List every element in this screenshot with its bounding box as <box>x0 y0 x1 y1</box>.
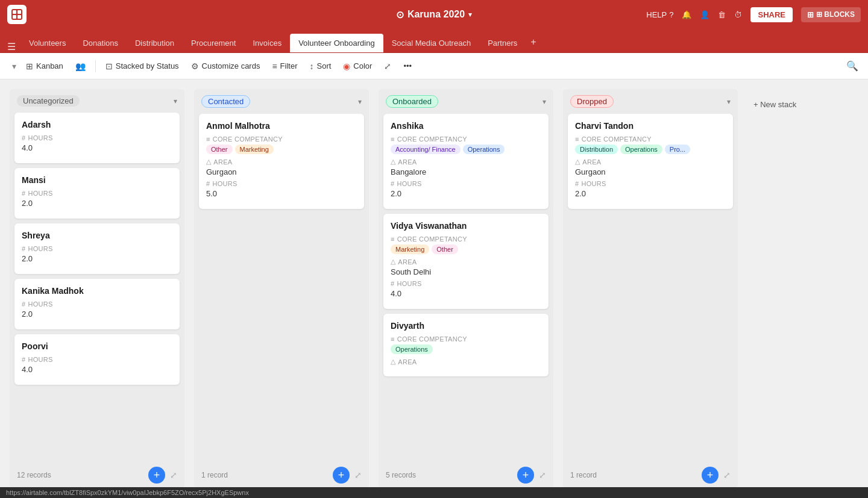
table-row[interactable]: Charvi Tandon≡CORE COMPETANCYDistributio… <box>568 114 733 209</box>
field-icon: # <box>22 356 25 363</box>
stacked-by-status-button[interactable]: ⊡ Stacked by Status <box>101 58 184 74</box>
expand-icon: ⤢ <box>384 61 391 71</box>
new-stack-button[interactable]: + New stack <box>747 96 802 113</box>
field-label: HOURS <box>212 180 237 187</box>
field-label: AREA <box>398 258 417 266</box>
menu-icon[interactable]: ☰ <box>7 41 16 52</box>
column-footer-onboarded: 5 records+⤢ <box>379 462 553 488</box>
field-label: HOURS <box>28 190 52 197</box>
add-card-button[interactable]: + <box>148 467 165 484</box>
add-tab-button[interactable]: + <box>526 32 541 52</box>
trash-icon[interactable]: 🗑 <box>718 10 726 19</box>
sort-button[interactable]: ↕ Sort <box>304 58 336 74</box>
view-switcher[interactable]: ⊞ Kanban <box>21 58 68 74</box>
field-icon: ≡ <box>575 135 579 143</box>
column-collapse-onboarded[interactable]: ▾ <box>542 98 546 106</box>
add-card-button[interactable]: + <box>517 467 534 484</box>
tab-volunteer-onboarding[interactable]: Volunteer Onboarding <box>290 34 383 52</box>
table-row[interactable]: Anmol Malhotra≡CORE COMPETANCYOtherMarke… <box>199 114 364 209</box>
expand-column-icon[interactable]: ⤢ <box>723 470 731 480</box>
field-icon: # <box>22 300 25 308</box>
field-label: HOURS <box>28 134 52 142</box>
tab-partners[interactable]: Partners <box>479 34 526 52</box>
column-footer-dropped: 1 record+⤢ <box>563 462 738 488</box>
tag: Operations <box>620 145 662 154</box>
user-avatar[interactable]: 👤 <box>700 10 709 19</box>
expand-button[interactable]: ⤢ <box>379 58 396 74</box>
more-icon: ••• <box>403 61 412 70</box>
field-value: 2.0 <box>575 189 726 198</box>
field-value: 2.0 <box>22 199 172 208</box>
app-logo[interactable] <box>7 5 27 24</box>
field-icon: ≡ <box>391 335 395 343</box>
toolbar-right: 🔍 <box>846 60 858 72</box>
column-onboarded: Onboarded▾Anshika≡CORE COMPETANCYAccount… <box>379 89 553 488</box>
view-chevron[interactable]: ▾ <box>10 59 19 73</box>
history-icon[interactable]: ⏱ <box>734 10 742 19</box>
tag: Operations <box>391 344 433 354</box>
expand-column-icon[interactable]: ⤢ <box>539 470 546 480</box>
card-field: #HOURS4.0 <box>22 356 172 374</box>
field-icon: # <box>206 180 210 187</box>
field-label: AREA <box>398 358 417 366</box>
expand-column-icon[interactable]: ⤢ <box>170 470 177 480</box>
field-icon: # <box>22 190 25 197</box>
tab-donations[interactable]: Donations <box>74 34 127 52</box>
color-button[interactable]: ◉ Color <box>338 58 377 74</box>
column-uncategorized: Uncategorized▾Adarsh#HOURS4.0Mansi#HOURS… <box>10 89 184 488</box>
share-button[interactable]: SHARE <box>750 7 793 22</box>
field-label: CORE COMPETANCY <box>213 135 283 143</box>
field-value: South Delhi <box>391 267 541 276</box>
card-field: △AREABangalore <box>391 158 541 176</box>
field-label: HOURS <box>28 356 52 363</box>
blocks-button[interactable]: ⊞ ⊞ BLOCKS <box>801 7 861 22</box>
tab-distribution[interactable]: Distribution <box>127 34 183 52</box>
tab-volunteers[interactable]: Volunteers <box>20 34 74 52</box>
tab-invoices[interactable]: Invoices <box>244 34 290 52</box>
kanban-icon: ⊞ <box>26 61 33 71</box>
column-collapse-dropped[interactable]: ▾ <box>727 98 731 106</box>
notifications-icon[interactable]: 🔔 <box>682 10 691 19</box>
table-row[interactable]: Shreya#HOURS2.0 <box>14 223 180 274</box>
svg-rect-4 <box>17 15 21 19</box>
sort-icon: ↕ <box>309 61 313 71</box>
expand-column-icon[interactable]: ⤢ <box>354 470 362 480</box>
svg-rect-1 <box>13 10 16 14</box>
add-card-button[interactable]: + <box>333 467 350 484</box>
tags-container: MarketingOther <box>391 244 541 254</box>
table-row[interactable]: Anshika≡CORE COMPETANCYAccounting/ Finan… <box>383 114 549 209</box>
table-row[interactable]: Divyarth≡CORE COMPETANCYOperations△AREA <box>383 314 549 376</box>
app-title[interactable]: ⊙ Karuna 2020 ▾ <box>396 9 472 20</box>
table-row[interactable]: Kanika Madhok#HOURS2.0 <box>14 279 180 329</box>
more-options-button[interactable]: ••• <box>398 58 417 73</box>
table-row[interactable]: Poorvi#HOURS4.0 <box>14 334 180 385</box>
tag: Operations <box>463 145 505 154</box>
add-card-button[interactable]: + <box>702 467 719 484</box>
column-collapse-uncategorized[interactable]: ▾ <box>174 97 177 105</box>
card-name: Adarsh <box>22 120 172 129</box>
card-field: ≡CORE COMPETANCYOtherMarketing <box>206 135 357 154</box>
table-row[interactable]: Mansi#HOURS2.0 <box>14 168 180 219</box>
table-row[interactable]: Vidya Viswanathan≡CORE COMPETANCYMarketi… <box>383 214 549 309</box>
card-field: #HOURS2.0 <box>22 245 172 263</box>
card-field: △AREAGurgaon <box>575 158 726 176</box>
customize-cards-button[interactable]: ⚙ Customize cards <box>186 58 265 74</box>
card-field: ≡CORE COMPETANCYAccounting/ FinanceOpera… <box>391 135 541 154</box>
card-field: ≡CORE COMPETANCYDistributionOperationsPr… <box>575 135 726 154</box>
column-cards-uncategorized: Adarsh#HOURS4.0Mansi#HOURS2.0Shreya#HOUR… <box>10 113 184 462</box>
filter-button[interactable]: ≡ Filter <box>267 58 302 74</box>
field-value: 2.0 <box>391 189 541 198</box>
tag: Other <box>432 244 458 254</box>
column-collapse-contacted[interactable]: ▾ <box>358 98 362 106</box>
help-button[interactable]: HELP ? <box>646 10 673 19</box>
tab-procurement[interactable]: Procurement <box>183 34 244 52</box>
column-header-contacted: Contacted▾ <box>194 89 369 114</box>
people-icon-btn[interactable]: 👥 <box>71 58 90 74</box>
tab-social-media[interactable]: Social Media Outreach <box>383 34 480 52</box>
customize-icon: ⚙ <box>191 61 199 71</box>
search-icon[interactable]: 🔍 <box>846 61 858 71</box>
field-icon: △ <box>391 158 395 166</box>
field-label: CORE COMPETANCY <box>582 135 652 143</box>
table-row[interactable]: Adarsh#HOURS4.0 <box>14 113 180 163</box>
toolbar: ▾ ⊞ Kanban 👥 ⊡ Stacked by Status ⚙ Custo… <box>0 53 868 79</box>
